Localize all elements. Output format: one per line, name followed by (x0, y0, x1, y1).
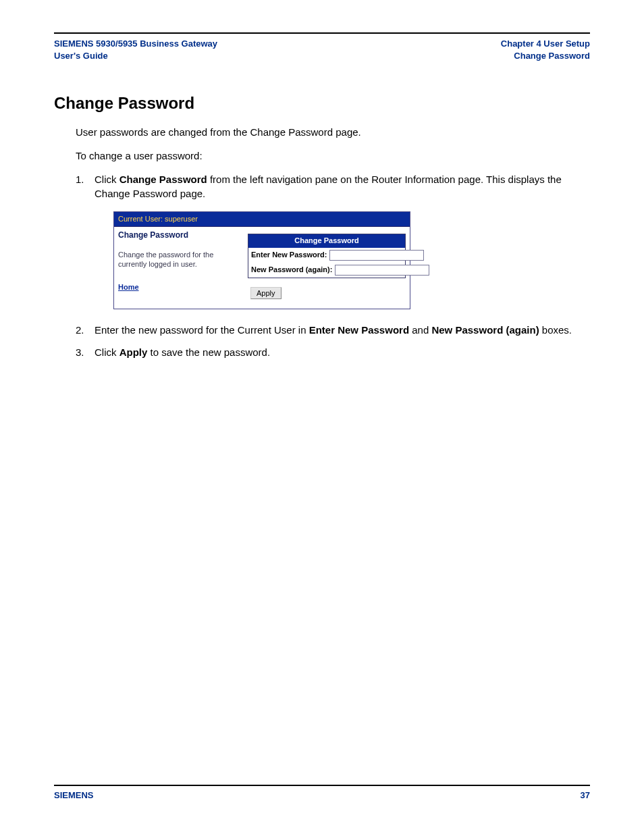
header-rule (54, 32, 590, 34)
screenshot-left-pane: Change Password Change the password for … (114, 227, 244, 308)
page-footer: SIEMENS 37 (54, 785, 590, 800)
screenshot-new-password-row: Enter New Password: (248, 248, 405, 263)
intro-paragraph-2: To change a user password: (76, 149, 590, 163)
step-2-mid: and (409, 324, 431, 336)
screenshot-password-again-input[interactable] (335, 265, 429, 276)
header-guide-title: User's Guide (54, 50, 217, 62)
screenshot-current-user-bar: Current User: superuser (114, 212, 410, 227)
footer-rule (54, 785, 590, 786)
step-2-bold-1: Enter New Password (309, 324, 409, 336)
step-2-post: boxes. (539, 324, 572, 336)
header-product-title: SIEMENS 5930/5935 Business Gateway (54, 38, 217, 50)
step-3-bold: Apply (119, 346, 148, 358)
procedure-list: Click Change Password from the left navi… (76, 172, 590, 359)
step-1: Click Change Password from the left navi… (76, 172, 590, 309)
header-chapter: Chapter 4 User Setup (501, 38, 590, 50)
screenshot-right-pane: Change Password Enter New Password: New … (244, 227, 410, 308)
screenshot-password-again-row: New Password (again): (248, 263, 405, 278)
screenshot-form: Change Password Enter New Password: New … (248, 234, 406, 278)
screenshot-apply-button[interactable]: Apply (250, 287, 281, 299)
change-password-screenshot: Current User: superuser Change Password … (113, 211, 410, 309)
screenshot-left-description: Change the password for the currently lo… (118, 251, 239, 269)
step-3-post: to save the new password. (147, 346, 270, 358)
step-2-pre: Enter the new password for the Current U… (95, 324, 309, 336)
footer-brand: SIEMENS (54, 790, 94, 800)
step-3: Click Apply to save the new password. (76, 345, 590, 359)
step-3-pre: Click (95, 346, 119, 358)
step-2-bold-2: New Password (again) (431, 324, 539, 336)
screenshot-left-title: Change Password (118, 230, 239, 241)
step-1-pre: Click (95, 174, 119, 185)
intro-paragraph-1: User passwords are changed from the Chan… (76, 125, 590, 139)
screenshot-new-password-input[interactable] (329, 250, 424, 261)
header-section: Change Password (501, 50, 590, 62)
screenshot-new-password-label: Enter New Password: (251, 250, 327, 260)
section-heading: Change Password (54, 94, 590, 113)
step-1-bold: Change Password (119, 174, 207, 185)
screenshot-form-header: Change Password (248, 234, 405, 247)
page-header: SIEMENS 5930/5935 Business Gateway User'… (54, 38, 590, 61)
screenshot-home-link[interactable]: Home (118, 283, 139, 291)
footer-page-number: 37 (581, 790, 590, 800)
screenshot-password-again-label: New Password (again): (251, 265, 332, 275)
step-2: Enter the new password for the Current U… (76, 323, 590, 337)
